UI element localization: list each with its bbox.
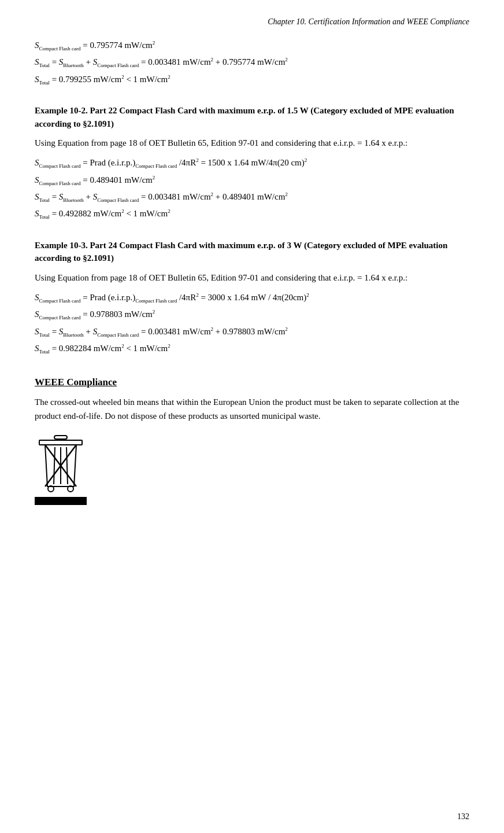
weee-heading-text: WEEE Compliance xyxy=(35,377,117,388)
math-line-3: STotal = 0.799255 mW/cm2 < 1 mW/cm2 xyxy=(35,72,469,87)
svg-rect-1 xyxy=(39,440,82,445)
weee-bar xyxy=(35,497,87,505)
example2-line-3: STotal = SBluetooth + SCompact Flash car… xyxy=(35,190,469,204)
weee-body-text: The crossed-out wheeled bin means that w… xyxy=(35,397,459,421)
weee-text: The crossed-out wheeled bin means that w… xyxy=(35,395,469,423)
example3-heading: Example 10-3. Part 24 Compact Flash Card… xyxy=(35,239,469,265)
example2-math: SCompact Flash card = Prad (e.i.r.p.)Com… xyxy=(35,156,469,222)
weee-icon-container xyxy=(35,434,469,505)
weee-heading: WEEE Compliance xyxy=(35,377,469,388)
example2-intro-text: Using Equation from page 18 of OET Bulle… xyxy=(35,138,407,148)
example2-section: Example 10-2. Part 22 Compact Flash Card… xyxy=(35,104,469,222)
weee-bin-icon xyxy=(35,434,87,492)
example2-intro: Using Equation from page 18 of OET Bulle… xyxy=(35,136,469,150)
example3-line-3: STotal = SBluetooth + SCompact Flash car… xyxy=(35,325,469,339)
svg-line-4 xyxy=(66,447,68,484)
example3-intro: Using Equation from page 18 of OET Bulle… xyxy=(35,271,469,285)
example3-math: SCompact Flash card = Prad (e.i.r.p.)Com… xyxy=(35,290,469,356)
math-line-2: STotal = SBluetooth + SCompact Flash car… xyxy=(35,55,469,69)
example2-line-2: SCompact Flash card = 0.489401 mW/cm2 xyxy=(35,173,469,187)
example3-intro-text: Using Equation from page 18 of OET Bulle… xyxy=(35,273,407,282)
example2-heading: Example 10-2. Part 22 Compact Flash Card… xyxy=(35,104,469,130)
example2-heading-text: Example 10-2. Part 22 Compact Flash Card… xyxy=(35,106,454,128)
example2-line-1: SCompact Flash card = Prad (e.i.r.p.)Com… xyxy=(35,156,469,170)
svg-line-2 xyxy=(54,447,55,484)
example2-line-4: STotal = 0.492882 mW/cm2 < 1 mW/cm2 xyxy=(35,207,469,221)
example3-line-1: SCompact Flash card = Prad (e.i.r.p.)Com… xyxy=(35,290,469,305)
page-number: 132 xyxy=(457,812,469,821)
example3-line-4: STotal = 0.982284 mW/cm2 < 1 mW/cm2 xyxy=(35,341,469,356)
page-number-text: 132 xyxy=(457,812,469,821)
example3-section: Example 10-3. Part 24 Compact Flash Card… xyxy=(35,239,469,356)
example3-heading-text: Example 10-3. Part 24 Compact Flash Card… xyxy=(35,241,447,263)
section1-math: SCompact Flash card = 0.795774 mW/cm2 ST… xyxy=(35,38,469,87)
chapter-title: Chapter 10. Certification Information an… xyxy=(268,17,469,26)
svg-rect-0 xyxy=(54,436,67,439)
math-line-1: SCompact Flash card = 0.795774 mW/cm2 xyxy=(35,38,469,53)
weee-section: WEEE Compliance The crossed-out wheeled … xyxy=(35,377,469,505)
chapter-header: Chapter 10. Certification Information an… xyxy=(35,17,469,27)
example3-line-2: SCompact Flash card = 0.978803 mW/cm2 xyxy=(35,307,469,322)
